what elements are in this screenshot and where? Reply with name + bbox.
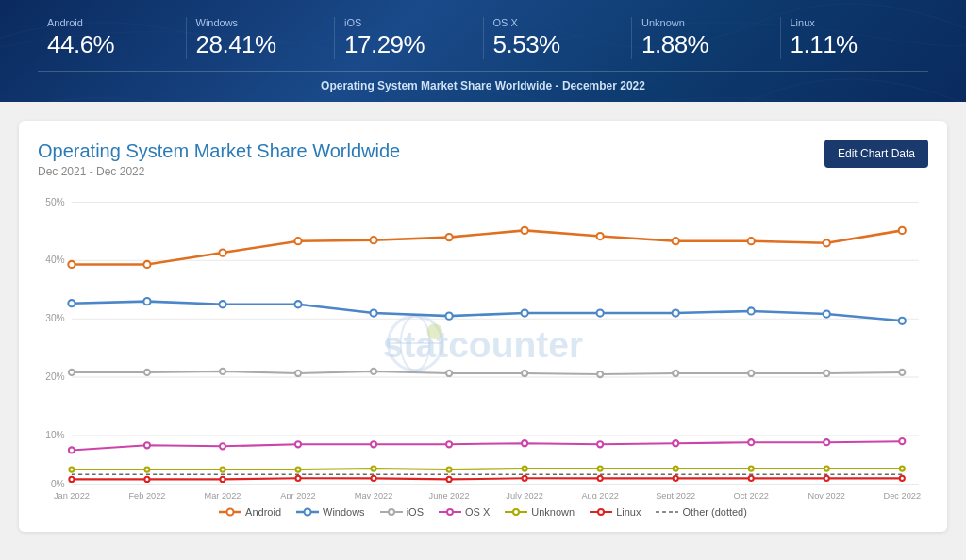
legend-linux: Linux [590, 506, 641, 518]
svg-point-60 [597, 371, 603, 377]
header-subtitle: Operating System Market Share Worldwide … [38, 72, 928, 92]
svg-point-71 [522, 440, 527, 446]
svg-point-74 [748, 439, 754, 445]
svg-point-43 [219, 301, 225, 307]
legend-ios-icon [380, 506, 403, 518]
ios-line [72, 371, 902, 374]
legend-osx-icon [439, 506, 461, 518]
svg-point-108 [447, 509, 453, 515]
svg-point-34 [445, 234, 452, 240]
svg-text:Dec 2022: Dec 2022 [884, 491, 922, 499]
svg-text:Jan 2022: Jan 2022 [54, 491, 90, 499]
svg-text:June 2022: June 2022 [429, 491, 470, 499]
svg-point-65 [69, 447, 75, 453]
legend-unknown: Unknown [505, 506, 575, 518]
legend-android-icon [219, 506, 242, 518]
svg-point-62 [748, 371, 754, 376]
svg-point-64 [899, 370, 905, 375]
svg-point-49 [673, 309, 679, 316]
svg-text:Mar 2022: Mar 2022 [204, 491, 241, 499]
svg-point-106 [389, 509, 394, 515]
stat-android: Android 44.6% [38, 17, 187, 59]
stat-osx-value: 5.53% [493, 30, 560, 59]
chart-title: Operating System Market Share Worldwide [38, 140, 400, 162]
svg-point-33 [370, 237, 376, 243]
main-content: Operating System Market Share Worldwide … [0, 102, 966, 551]
svg-text:Apr 2022: Apr 2022 [280, 491, 315, 499]
svg-text:statcounter: statcounter [383, 324, 583, 365]
svg-point-77 [69, 467, 74, 471]
stat-linux-value: 1.11% [791, 30, 858, 59]
svg-point-37 [673, 238, 679, 244]
svg-point-75 [824, 439, 829, 445]
windows-line [72, 302, 902, 321]
svg-point-73 [673, 440, 678, 446]
legend-linux-label: Linux [616, 506, 641, 518]
chart-legend: Android Windows iOS OS X Unknown Linux [38, 506, 928, 518]
svg-point-95 [523, 476, 527, 481]
svg-point-69 [371, 441, 376, 447]
svg-point-78 [144, 467, 149, 471]
legend-ios: iOS [380, 506, 424, 518]
svg-point-52 [899, 318, 906, 324]
svg-point-91 [220, 477, 225, 482]
legend-osx-label: OS X [465, 506, 490, 518]
svg-text:Sept 2022: Sept 2022 [656, 491, 695, 499]
svg-point-82 [447, 467, 452, 471]
svg-point-57 [371, 369, 376, 374]
android-line [72, 230, 902, 264]
svg-point-98 [749, 476, 754, 481]
svg-point-68 [295, 441, 301, 447]
stat-linux: Linux 1.11% [781, 17, 929, 59]
svg-point-72 [597, 441, 603, 447]
stat-osx: OS X 5.53% [484, 17, 633, 59]
svg-point-81 [371, 466, 375, 470]
svg-point-66 [144, 442, 150, 448]
legend-windows: Windows [296, 506, 365, 518]
chart-date-range: Dec 2021 - Dec 2022 [38, 165, 400, 178]
stat-windows-label: Windows [196, 17, 239, 28]
svg-point-46 [445, 313, 452, 320]
legend-other-icon [656, 506, 678, 518]
svg-point-86 [749, 466, 754, 470]
svg-point-48 [597, 309, 604, 316]
svg-point-100 [900, 476, 905, 481]
svg-point-93 [371, 476, 375, 481]
svg-point-87 [824, 466, 829, 470]
svg-point-99 [824, 476, 829, 481]
svg-point-61 [673, 371, 678, 376]
chart-title-block: Operating System Market Share Worldwide … [38, 140, 400, 178]
svg-point-55 [220, 369, 225, 374]
svg-point-59 [522, 371, 527, 376]
svg-point-83 [523, 466, 527, 470]
svg-point-47 [522, 309, 528, 316]
svg-point-29 [68, 261, 75, 268]
stat-linux-label: Linux [791, 17, 815, 28]
legend-windows-icon [296, 506, 319, 518]
svg-point-102 [227, 509, 234, 516]
stat-unknown: Unknown 1.88% [632, 17, 781, 59]
svg-point-80 [295, 467, 300, 471]
svg-point-44 [294, 301, 301, 307]
linux-line [72, 478, 902, 479]
legend-ios-label: iOS [407, 506, 424, 518]
svg-point-58 [446, 371, 452, 376]
header: Android 44.6% Windows 28.41% iOS 17.29% … [0, 0, 966, 102]
svg-point-92 [295, 476, 300, 481]
svg-point-41 [68, 300, 75, 306]
svg-point-79 [220, 467, 225, 471]
svg-text:Nov 2022: Nov 2022 [808, 491, 846, 499]
legend-osx: OS X [439, 506, 490, 518]
stat-windows-value: 28.41% [196, 30, 276, 59]
svg-point-31 [219, 249, 225, 255]
stats-row: Android 44.6% Windows 28.41% iOS 17.29% … [38, 17, 928, 72]
svg-point-42 [143, 298, 150, 305]
chart-area: 50% 40% 30% 20% 10% 0% statcounter [38, 188, 928, 499]
stat-ios-value: 17.29% [344, 30, 425, 59]
svg-point-76 [899, 438, 905, 444]
svg-point-84 [598, 466, 603, 470]
legend-unknown-label: Unknown [531, 506, 575, 518]
edit-chart-button[interactable]: Edit Chart Data [824, 140, 928, 168]
chart-header: Operating System Market Share Worldwide … [38, 140, 928, 178]
svg-text:Aug 2022: Aug 2022 [581, 491, 619, 499]
